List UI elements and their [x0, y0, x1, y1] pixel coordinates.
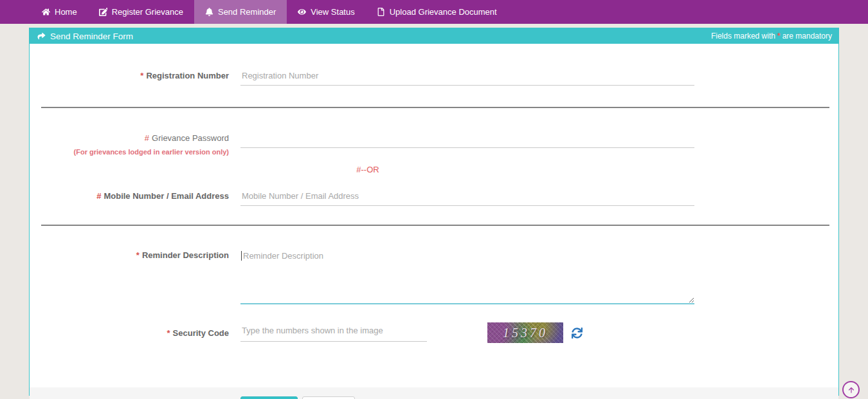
hash-mark: #: [145, 133, 149, 143]
refresh-icon: [572, 328, 583, 339]
grievance-password-label: #Grievance Password (For grievances lodg…: [30, 132, 229, 156]
arrow-up-icon: [847, 385, 856, 394]
reset-button[interactable]: RESET: [302, 396, 356, 399]
or-separator: #--OR: [30, 165, 706, 174]
security-code-input[interactable]: [240, 324, 427, 342]
grievance-password-row: #Grievance Password (For grievances lodg…: [30, 132, 838, 156]
send-reminder-panel: Send Reminder Form Fields marked with*ar…: [29, 28, 839, 396]
bell-icon: [205, 8, 213, 16]
document-icon: [377, 8, 385, 16]
nav-item-register-grievance[interactable]: Register Grievance: [88, 0, 194, 24]
nav-item-home[interactable]: Home: [31, 0, 88, 24]
form-footer: SUBMIT RESET: [30, 387, 838, 399]
reminder-description-row: *Reminder Description: [30, 249, 838, 307]
registration-number-input[interactable]: [240, 70, 694, 86]
grievance-password-input[interactable]: [240, 132, 694, 148]
section-divider: [41, 107, 829, 108]
text-caret: [241, 251, 242, 261]
nav-item-upload-grievance-document[interactable]: Upload Grievance Document: [366, 0, 508, 24]
mandatory-note: Fields marked with*are mandatory: [711, 32, 832, 41]
required-asterisk: *: [140, 71, 143, 80]
eye-icon: [298, 8, 306, 16]
captcha-text: 15370: [503, 326, 548, 340]
required-asterisk: *: [167, 328, 170, 338]
mobile-email-input[interactable]: [240, 190, 694, 206]
nav-item-label: Register Grievance: [112, 7, 183, 17]
mobile-email-row: #Mobile Number / Email Address: [30, 190, 838, 206]
panel-title-text: Send Reminder Form: [50, 32, 133, 41]
mobile-email-label: #Mobile Number / Email Address: [30, 190, 229, 206]
nav-item-label: View Status: [311, 7, 354, 17]
scroll-to-top-button[interactable]: [842, 381, 860, 398]
reminder-description-textarea[interactable]: [240, 249, 694, 304]
section-divider: [41, 225, 829, 226]
mandatory-note-suffix: are mandatory: [782, 32, 832, 41]
registration-number-row: *Registration Number: [30, 70, 838, 86]
nav-item-label: Upload Grievance Document: [390, 7, 497, 17]
registration-number-label: *Registration Number: [30, 70, 229, 86]
panel-header: Send Reminder Form Fields marked with*ar…: [30, 28, 838, 44]
nav-item-label: Home: [55, 7, 77, 17]
share-arrow-icon: [37, 32, 46, 40]
security-code-row: *Security Code 15370: [30, 322, 838, 343]
nav-item-label: Send Reminder: [218, 7, 276, 17]
top-navbar: Home Register Grievance Send Reminder Vi…: [0, 0, 868, 24]
required-asterisk: *: [136, 250, 140, 260]
mandatory-note-prefix: Fields marked with: [711, 32, 775, 41]
grievance-password-note: (For grievances lodged in earlier versio…: [30, 148, 229, 156]
reminder-description-label: *Reminder Description: [30, 249, 229, 307]
captcha-image: 15370: [487, 322, 563, 343]
panel-title: Send Reminder Form: [37, 32, 133, 41]
nav-item-send-reminder[interactable]: Send Reminder: [194, 0, 287, 24]
submit-button[interactable]: SUBMIT: [240, 396, 298, 399]
nav-item-view-status[interactable]: View Status: [287, 0, 365, 24]
captcha-refresh-button[interactable]: [572, 328, 583, 339]
edit-icon: [99, 8, 107, 16]
home-icon: [42, 8, 50, 16]
hash-mark: #: [96, 191, 101, 201]
form-body: *Registration Number #Grievance Password…: [30, 70, 838, 399]
mandatory-note-star: *: [777, 32, 781, 41]
security-code-label: *Security Code: [30, 327, 229, 339]
